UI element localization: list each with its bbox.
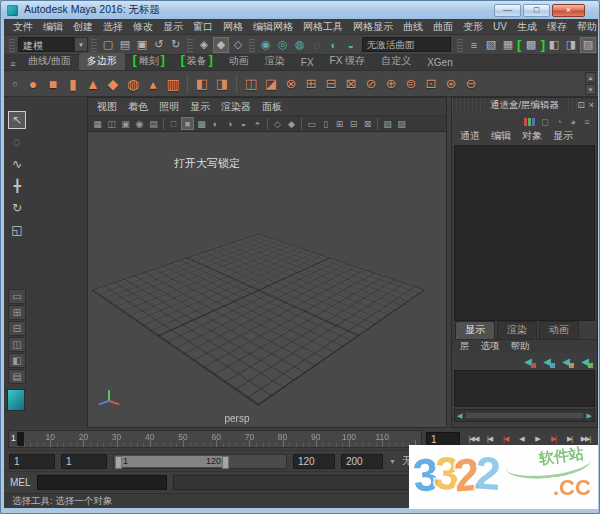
- new-layer-from-selected-icon[interactable]: ◀: [578, 355, 592, 368]
- menu-item[interactable]: 缓存: [542, 20, 572, 34]
- new-empty-layer-icon[interactable]: ◀: [559, 355, 573, 368]
- menu-item[interactable]: 编辑网格: [248, 20, 298, 34]
- time-ruler[interactable]: 1 102030405060708090100110: [8, 430, 422, 448]
- resolution-gate-icon[interactable]: ▭: [305, 117, 318, 130]
- layer-menu-item[interactable]: 帮助: [506, 340, 535, 353]
- shelf-item-menu-icon[interactable]: ○: [8, 78, 22, 90]
- menu-item[interactable]: 曲面: [428, 20, 458, 34]
- close-button[interactable]: ×: [552, 4, 585, 17]
- popout-icon[interactable]: ⊡: [577, 100, 585, 110]
- select-component-icon[interactable]: ◇: [230, 37, 246, 53]
- undo-icon[interactable]: ↺: [151, 37, 167, 53]
- render-settings-icon[interactable]: ◧: [546, 37, 562, 53]
- menu-item[interactable]: 窗口: [188, 20, 218, 34]
- paint-effects-toggle-icon[interactable]: ▨: [580, 37, 596, 53]
- paint-select-tool-icon[interactable]: ∿: [8, 155, 26, 173]
- menu-item[interactable]: 帮助: [572, 20, 598, 34]
- poly-pyramid-icon[interactable]: ▴: [144, 75, 162, 93]
- bridge-icon[interactable]: ⊠: [342, 75, 360, 93]
- gate-mask-icon[interactable]: ⊞: [333, 117, 346, 130]
- layer-list[interactable]: [454, 370, 595, 407]
- bevel-icon[interactable]: ⊟: [322, 75, 340, 93]
- playback-start-field[interactable]: 1: [61, 454, 107, 469]
- sculpt-tool-icon[interactable]: ⊖: [462, 75, 480, 93]
- scale-tool-icon[interactable]: ◱: [8, 221, 26, 239]
- mirror-icon[interactable]: ⊜: [402, 75, 420, 93]
- shelf-tab-polygons[interactable]: 多边形: [79, 53, 125, 70]
- select-camera-icon[interactable]: ▦: [91, 117, 104, 130]
- manipulator-speed-icon[interactable]: ◔: [553, 116, 565, 128]
- poly-sphere-icon[interactable]: ●: [24, 75, 42, 93]
- ipr-render-icon[interactable]: ▩: [523, 37, 539, 53]
- menu-item[interactable]: 编辑: [38, 20, 68, 34]
- channel-box-menu-item[interactable]: 通道: [455, 129, 485, 143]
- poly-plane-icon[interactable]: ◆: [104, 75, 122, 93]
- outliner-persp-layout-button[interactable]: ▤: [8, 369, 26, 384]
- shelf-tab-xgen[interactable]: XGen: [419, 56, 461, 70]
- redo-icon[interactable]: ↻: [168, 37, 184, 53]
- select-hierarchy-icon[interactable]: ◈: [196, 37, 212, 53]
- range-slider-track[interactable]: 1 120: [113, 454, 287, 469]
- scroll-right-icon[interactable]: ▶: [587, 412, 592, 420]
- status-group-grip[interactable]: [187, 38, 193, 52]
- range-slider-bar[interactable]: 1 120: [115, 456, 229, 467]
- snapshot-icon[interactable]: ▨: [395, 117, 408, 130]
- boolean-icon[interactable]: ⊗: [282, 75, 300, 93]
- smooth-shade-icon[interactable]: ■: [181, 117, 194, 130]
- open-scene-icon[interactable]: ▤: [117, 37, 133, 53]
- shelf-scroll-down-icon[interactable]: ▼: [585, 84, 596, 95]
- menu-item[interactable]: 生成: [512, 20, 542, 34]
- layer-tab-anim[interactable]: 动画: [539, 321, 579, 339]
- channel-box-list[interactable]: [454, 145, 595, 321]
- viewport-canvas[interactable]: 打开大写锁定 persp: [88, 132, 446, 427]
- scroll-thumb[interactable]: [465, 412, 583, 419]
- status-group-grip[interactable]: [9, 38, 15, 52]
- close-icon[interactable]: ×: [589, 100, 594, 110]
- menu-item[interactable]: 网格: [218, 20, 248, 34]
- watermark-digit[interactable]: 2: [473, 445, 498, 504]
- viewport-menu-item[interactable]: 显示: [185, 100, 215, 114]
- menu-item[interactable]: 创建: [68, 20, 98, 34]
- menu-item[interactable]: 选择: [98, 20, 128, 34]
- animation-start-field[interactable]: 1: [9, 454, 55, 469]
- three-pane-layout-button[interactable]: ◧: [8, 353, 26, 368]
- xray-icon[interactable]: ◆: [285, 117, 298, 130]
- menu-item[interactable]: 修改: [128, 20, 158, 34]
- use-all-lights-icon[interactable]: ◐: [209, 117, 222, 130]
- command-input[interactable]: [37, 475, 167, 490]
- maximize-button[interactable]: □: [523, 4, 550, 17]
- shelf-scroll-up-icon[interactable]: ▲: [585, 72, 596, 83]
- film-gate-icon[interactable]: ▯: [319, 117, 332, 130]
- channel-box-menu-item[interactable]: 编辑: [486, 129, 516, 143]
- status-group-grip[interactable]: [91, 38, 97, 52]
- shelf-tab-curves-surfaces[interactable]: 曲线/曲面: [20, 53, 79, 70]
- menu-item[interactable]: 文件: [8, 20, 38, 34]
- layer-menu-item[interactable]: 层: [455, 340, 475, 353]
- snap-projected-center-icon[interactable]: ◌: [309, 37, 325, 53]
- persp-outliner-toggle-icon[interactable]: [7, 389, 25, 411]
- image-plane-icon[interactable]: ▤: [147, 117, 160, 130]
- snap-grid-icon[interactable]: ◉: [258, 37, 274, 53]
- channel-box-menu-item[interactable]: 显示: [548, 129, 578, 143]
- shelf-tab-fx[interactable]: FX: [293, 56, 322, 70]
- xyz-manipulator-icon[interactable]: [524, 118, 535, 126]
- poly-cone-icon[interactable]: ▲: [84, 75, 102, 93]
- layer-tab-render[interactable]: 渲染: [497, 321, 537, 339]
- render-current-frame-icon[interactable]: ▦: [500, 37, 516, 53]
- menu-item[interactable]: UV: [488, 21, 512, 32]
- current-frame-marker[interactable]: [17, 432, 24, 446]
- move-layer-down-icon[interactable]: ◀: [540, 355, 554, 368]
- workspace-value[interactable]: 建模: [18, 37, 74, 52]
- no-manipulator-icon[interactable]: ◻: [539, 116, 551, 128]
- poly-torus-icon[interactable]: ◍: [124, 75, 142, 93]
- camera-attributes-icon[interactable]: ▣: [119, 117, 132, 130]
- extrude-icon[interactable]: ⊞: [302, 75, 320, 93]
- viewport-menu-item[interactable]: 着色: [123, 100, 153, 114]
- bookmarks-icon[interactable]: ◉: [133, 117, 146, 130]
- snap-curve-icon[interactable]: ◎: [275, 37, 291, 53]
- screen-space-ao-icon[interactable]: ◒: [237, 117, 250, 130]
- viewport-menu-item[interactable]: 照明: [154, 100, 184, 114]
- channel-box-menu-item[interactable]: 对象: [517, 129, 547, 143]
- command-language-label[interactable]: MEL: [10, 477, 31, 488]
- title-bar[interactable]: Autodesk Maya 2016: 无标题 —□×: [1, 1, 599, 19]
